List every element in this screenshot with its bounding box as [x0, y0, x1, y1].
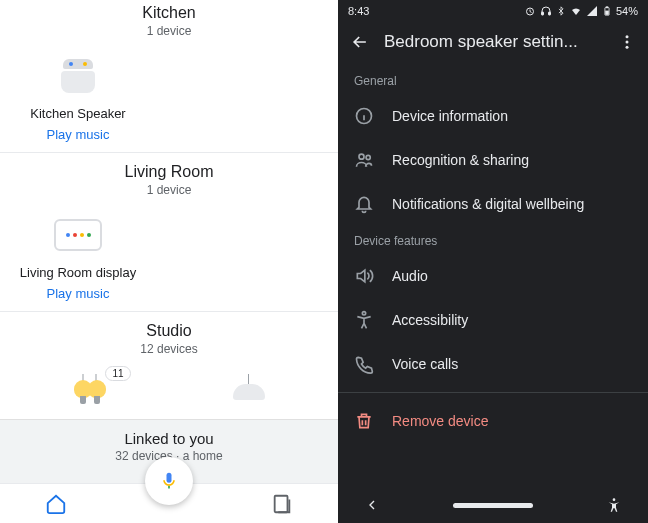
- room-device-count: 1 device: [0, 183, 338, 197]
- svg-point-7: [626, 35, 629, 38]
- lights-icon: 11: [63, 370, 117, 418]
- room-title: Living Room: [0, 163, 338, 181]
- play-music-link[interactable]: Play music: [47, 127, 110, 142]
- item-label: Voice calls: [392, 356, 458, 372]
- item-accessibility[interactable]: Accessibility: [338, 298, 648, 342]
- info-icon: [354, 106, 374, 126]
- home-icon: [45, 493, 67, 515]
- microphone-icon: [159, 471, 179, 491]
- bell-icon: [354, 194, 374, 214]
- nav-feed-tab[interactable]: [271, 493, 293, 515]
- item-label: Accessibility: [392, 312, 468, 328]
- android-nav-bar: [338, 487, 648, 523]
- display-icon: [51, 211, 105, 259]
- app-bar: Bedroom speaker settin...: [338, 22, 648, 66]
- room-device-count: 1 device: [0, 24, 338, 38]
- appbar-title: Bedroom speaker settin...: [384, 32, 604, 52]
- status-icons-group: 54%: [524, 5, 638, 17]
- item-voice-calls[interactable]: Voice calls: [338, 342, 648, 386]
- item-notifications-wellbeing[interactable]: Notifications & digital wellbeing: [338, 182, 648, 226]
- play-music-link[interactable]: Play music: [47, 286, 110, 301]
- section-device-features: Device features: [338, 226, 648, 254]
- item-remove-device[interactable]: Remove device: [338, 399, 648, 443]
- svg-point-12: [366, 155, 370, 159]
- svg-point-9: [626, 46, 629, 49]
- linked-title: Linked to you: [0, 430, 338, 447]
- phone-icon: [354, 354, 374, 374]
- device-label: Kitchen Speaker: [30, 106, 125, 121]
- status-time: 8:43: [348, 5, 369, 17]
- room-header-kitchen: Kitchen 1 device: [0, 0, 338, 48]
- svg-point-14: [613, 498, 616, 501]
- item-label: Recognition & sharing: [392, 152, 529, 168]
- svg-rect-5: [606, 11, 609, 14]
- item-label: Remove device: [392, 413, 489, 429]
- svg-rect-3: [548, 12, 550, 15]
- pendant-speaker-icon: [222, 370, 276, 418]
- device-kitchen-speaker[interactable]: Kitchen Speaker Play music: [8, 52, 148, 142]
- item-audio[interactable]: Audio: [338, 254, 648, 298]
- svg-rect-2: [541, 12, 543, 15]
- svg-point-13: [362, 312, 365, 315]
- alarm-icon: [524, 5, 536, 17]
- wifi-icon: [570, 5, 582, 17]
- device-living-room-display[interactable]: Living Room display Play music: [8, 211, 148, 301]
- device-count-badge: 11: [105, 366, 130, 381]
- room-title: Kitchen: [0, 4, 338, 22]
- trash-icon: [354, 411, 374, 431]
- speaker-icon: [51, 52, 105, 100]
- accessibility-icon: [354, 310, 374, 330]
- battery-icon: [602, 5, 612, 17]
- feed-icon: [271, 493, 293, 515]
- room-device-count: 12 devices: [0, 342, 338, 356]
- overflow-menu-icon[interactable]: [618, 33, 636, 51]
- divider: [0, 152, 338, 153]
- home-app-screen: Kitchen 1 device Kitchen Speaker Play mu…: [0, 0, 338, 523]
- signal-icon: [586, 5, 598, 17]
- room-header-living-room: Living Room 1 device: [0, 159, 338, 207]
- room-header-studio: Studio 12 devices: [0, 318, 338, 366]
- assistant-mic-button[interactable]: [145, 457, 193, 505]
- bluetooth-icon: [556, 5, 566, 17]
- item-device-information[interactable]: Device information: [338, 94, 648, 138]
- living-room-devices: Living Room display Play music: [0, 207, 338, 305]
- device-label: Living Room display: [20, 265, 136, 280]
- item-recognition-sharing[interactable]: Recognition & sharing: [338, 138, 648, 182]
- item-label: Audio: [392, 268, 428, 284]
- svg-rect-0: [274, 495, 287, 512]
- section-general: General: [338, 66, 648, 94]
- svg-point-8: [626, 41, 629, 44]
- item-label: Device information: [392, 108, 508, 124]
- room-title: Studio: [0, 322, 338, 340]
- nav-back-icon[interactable]: [364, 497, 380, 513]
- nav-accessibility-icon[interactable]: [606, 497, 622, 513]
- back-icon[interactable]: [350, 32, 370, 52]
- people-icon: [354, 150, 374, 170]
- svg-rect-6: [606, 7, 608, 8]
- device-settings-screen: 8:43 54% Bedroom speaker settin... Gener…: [338, 0, 648, 523]
- headphones-icon: [540, 5, 552, 17]
- nav-home-tab[interactable]: [45, 493, 67, 515]
- divider: [0, 311, 338, 312]
- divider: [338, 392, 648, 393]
- svg-point-11: [359, 154, 364, 159]
- status-bar: 8:43 54%: [338, 0, 648, 22]
- audio-icon: [354, 266, 374, 286]
- battery-percent: 54%: [616, 5, 638, 17]
- nav-home-pill[interactable]: [453, 503, 533, 508]
- kitchen-devices: Kitchen Speaker Play music: [0, 48, 338, 146]
- item-label: Notifications & digital wellbeing: [392, 196, 584, 212]
